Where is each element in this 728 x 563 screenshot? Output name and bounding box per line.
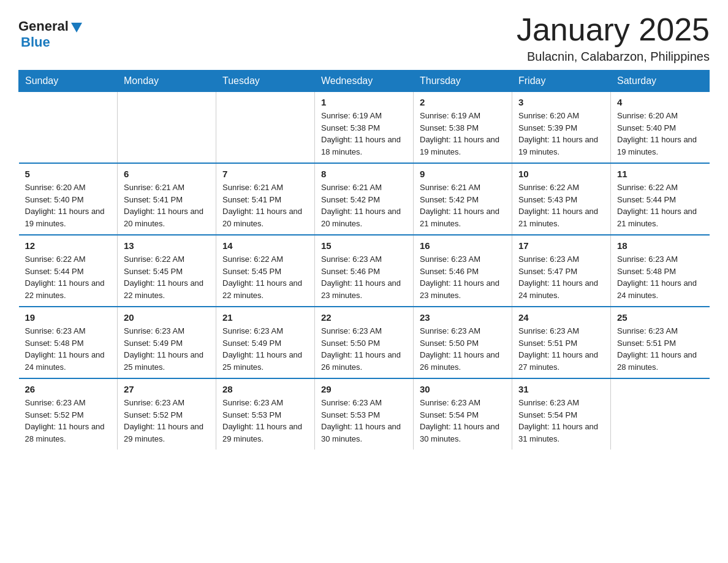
day-cell: 9Sunrise: 6:21 AM Sunset: 5:42 PM Daylig… [414, 163, 512, 235]
day-number: 29 [321, 384, 407, 394]
day-number: 27 [124, 384, 210, 394]
day-info: Sunrise: 6:22 AM Sunset: 5:43 PM Dayligh… [518, 182, 604, 229]
header-cell-saturday: Saturday [611, 71, 710, 92]
day-number: 4 [617, 97, 703, 107]
day-info: Sunrise: 6:23 AM Sunset: 5:48 PM Dayligh… [25, 325, 112, 373]
day-info: Sunrise: 6:21 AM Sunset: 5:42 PM Dayligh… [321, 182, 407, 229]
day-cell [118, 92, 216, 164]
day-cell: 19Sunrise: 6:23 AM Sunset: 5:48 PM Dayli… [19, 307, 118, 378]
day-number: 8 [321, 169, 407, 179]
day-cell: 22Sunrise: 6:23 AM Sunset: 5:50 PM Dayli… [315, 307, 414, 378]
day-cell: 2Sunrise: 6:19 AM Sunset: 5:38 PM Daylig… [414, 92, 512, 164]
day-cell [216, 92, 315, 164]
header-cell-tuesday: Tuesday [216, 71, 315, 92]
day-info: Sunrise: 6:23 AM Sunset: 5:54 PM Dayligh… [518, 397, 604, 445]
day-number: 30 [420, 384, 506, 394]
day-cell [611, 378, 710, 450]
day-info: Sunrise: 6:23 AM Sunset: 5:50 PM Dayligh… [420, 325, 506, 373]
day-cell: 3Sunrise: 6:20 AM Sunset: 5:39 PM Daylig… [512, 92, 611, 164]
day-info: Sunrise: 6:22 AM Sunset: 5:45 PM Dayligh… [124, 253, 210, 301]
day-number: 23 [420, 312, 506, 323]
day-number: 16 [420, 240, 506, 251]
day-cell: 17Sunrise: 6:23 AM Sunset: 5:47 PM Dayli… [512, 235, 611, 307]
week-row-1: 1Sunrise: 6:19 AM Sunset: 5:38 PM Daylig… [19, 92, 710, 164]
day-cell: 8Sunrise: 6:21 AM Sunset: 5:42 PM Daylig… [315, 163, 414, 235]
day-cell: 10Sunrise: 6:22 AM Sunset: 5:43 PM Dayli… [512, 163, 611, 235]
logo-text-general: General [18, 18, 69, 34]
day-cell: 4Sunrise: 6:20 AM Sunset: 5:40 PM Daylig… [611, 92, 710, 164]
day-cell: 20Sunrise: 6:23 AM Sunset: 5:49 PM Dayli… [118, 307, 216, 378]
day-info: Sunrise: 6:21 AM Sunset: 5:41 PM Dayligh… [124, 182, 210, 229]
logo: General Blue [18, 18, 83, 50]
day-cell: 31Sunrise: 6:23 AM Sunset: 5:54 PM Dayli… [512, 378, 611, 450]
day-cell: 24Sunrise: 6:23 AM Sunset: 5:51 PM Dayli… [512, 307, 611, 378]
day-cell: 15Sunrise: 6:23 AM Sunset: 5:46 PM Dayli… [315, 235, 414, 307]
day-number: 31 [518, 384, 604, 394]
day-number: 5 [25, 169, 112, 179]
day-cell: 12Sunrise: 6:22 AM Sunset: 5:44 PM Dayli… [19, 235, 118, 307]
day-number: 9 [420, 169, 506, 179]
header-cell-sunday: Sunday [19, 71, 118, 92]
day-info: Sunrise: 6:23 AM Sunset: 5:54 PM Dayligh… [420, 397, 506, 445]
day-number: 19 [25, 312, 112, 323]
day-cell: 23Sunrise: 6:23 AM Sunset: 5:50 PM Dayli… [414, 307, 512, 378]
calendar-body: 1Sunrise: 6:19 AM Sunset: 5:38 PM Daylig… [19, 92, 710, 450]
day-info: Sunrise: 6:22 AM Sunset: 5:44 PM Dayligh… [617, 182, 703, 229]
logo-icon: General Blue [18, 18, 83, 50]
logo-triangle-icon [70, 20, 83, 34]
day-info: Sunrise: 6:20 AM Sunset: 5:40 PM Dayligh… [25, 182, 112, 229]
day-info: Sunrise: 6:23 AM Sunset: 5:50 PM Dayligh… [321, 325, 407, 373]
day-cell [19, 92, 118, 164]
day-info: Sunrise: 6:19 AM Sunset: 5:38 PM Dayligh… [321, 110, 407, 158]
day-info: Sunrise: 6:23 AM Sunset: 5:52 PM Dayligh… [25, 397, 112, 445]
day-number: 22 [321, 312, 407, 323]
day-info: Sunrise: 6:21 AM Sunset: 5:42 PM Dayligh… [420, 182, 506, 229]
day-info: Sunrise: 6:23 AM Sunset: 5:53 PM Dayligh… [321, 397, 407, 445]
day-cell: 13Sunrise: 6:22 AM Sunset: 5:45 PM Dayli… [118, 235, 216, 307]
title-block: January 2025 Bulacnin, Calabarzon, Phili… [517, 12, 710, 64]
week-row-3: 12Sunrise: 6:22 AM Sunset: 5:44 PM Dayli… [19, 235, 710, 307]
header-cell-friday: Friday [512, 71, 611, 92]
day-info: Sunrise: 6:22 AM Sunset: 5:45 PM Dayligh… [222, 253, 308, 301]
day-cell: 28Sunrise: 6:23 AM Sunset: 5:53 PM Dayli… [216, 378, 315, 450]
day-cell: 16Sunrise: 6:23 AM Sunset: 5:46 PM Dayli… [414, 235, 512, 307]
day-number: 13 [124, 240, 210, 251]
week-row-2: 5Sunrise: 6:20 AM Sunset: 5:40 PM Daylig… [19, 163, 710, 235]
location-title: Bulacnin, Calabarzon, Philippines [517, 50, 710, 64]
day-number: 11 [617, 169, 703, 179]
header-cell-monday: Monday [118, 71, 216, 92]
day-cell: 14Sunrise: 6:22 AM Sunset: 5:45 PM Dayli… [216, 235, 315, 307]
day-number: 12 [25, 240, 112, 251]
day-cell: 6Sunrise: 6:21 AM Sunset: 5:41 PM Daylig… [118, 163, 216, 235]
day-info: Sunrise: 6:19 AM Sunset: 5:38 PM Dayligh… [420, 110, 506, 158]
week-row-4: 19Sunrise: 6:23 AM Sunset: 5:48 PM Dayli… [19, 307, 710, 378]
svg-marker-0 [71, 23, 82, 33]
day-number: 24 [518, 312, 604, 323]
day-cell: 1Sunrise: 6:19 AM Sunset: 5:38 PM Daylig… [315, 92, 414, 164]
day-number: 25 [617, 312, 703, 323]
day-number: 3 [518, 97, 604, 107]
day-number: 17 [518, 240, 604, 251]
day-info: Sunrise: 6:23 AM Sunset: 5:49 PM Dayligh… [124, 325, 210, 373]
day-info: Sunrise: 6:20 AM Sunset: 5:39 PM Dayligh… [518, 110, 604, 158]
day-number: 21 [222, 312, 308, 323]
day-cell: 30Sunrise: 6:23 AM Sunset: 5:54 PM Dayli… [414, 378, 512, 450]
day-info: Sunrise: 6:23 AM Sunset: 5:51 PM Dayligh… [518, 325, 604, 373]
day-info: Sunrise: 6:23 AM Sunset: 5:46 PM Dayligh… [420, 253, 506, 301]
day-info: Sunrise: 6:23 AM Sunset: 5:49 PM Dayligh… [222, 325, 308, 373]
day-cell: 11Sunrise: 6:22 AM Sunset: 5:44 PM Dayli… [611, 163, 710, 235]
header-cell-thursday: Thursday [414, 71, 512, 92]
day-number: 20 [124, 312, 210, 323]
day-number: 2 [420, 97, 506, 107]
day-number: 1 [321, 97, 407, 107]
calendar-header: SundayMondayTuesdayWednesdayThursdayFrid… [19, 71, 710, 92]
day-cell: 25Sunrise: 6:23 AM Sunset: 5:51 PM Dayli… [611, 307, 710, 378]
day-number: 28 [222, 384, 308, 394]
day-cell: 18Sunrise: 6:23 AM Sunset: 5:48 PM Dayli… [611, 235, 710, 307]
day-number: 10 [518, 169, 604, 179]
logo-text-blue: Blue [21, 34, 50, 50]
day-info: Sunrise: 6:23 AM Sunset: 5:52 PM Dayligh… [124, 397, 210, 445]
header-row: SundayMondayTuesdayWednesdayThursdayFrid… [19, 71, 710, 92]
day-number: 26 [25, 384, 112, 394]
day-info: Sunrise: 6:23 AM Sunset: 5:53 PM Dayligh… [222, 397, 308, 445]
